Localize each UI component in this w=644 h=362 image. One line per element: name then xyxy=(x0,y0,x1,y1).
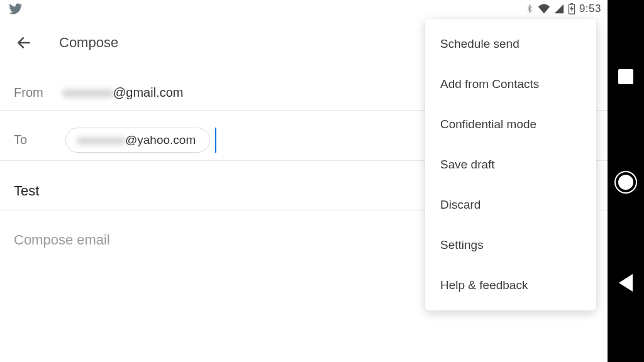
nav-home-button[interactable] xyxy=(614,171,637,194)
menu-confidential-mode[interactable]: Confidential mode xyxy=(425,104,596,145)
to-redacted: xxxxxxxx xyxy=(77,133,125,147)
svg-rect-1 xyxy=(570,3,573,4)
recipient-chip[interactable]: xxxxxxxx@yahoo.com xyxy=(65,128,210,153)
from-redacted: xxxxxxxx xyxy=(63,85,113,100)
nav-back-button[interactable] xyxy=(619,274,633,292)
android-nav-bar xyxy=(608,0,644,362)
bluetooth-icon xyxy=(525,3,534,14)
text-cursor xyxy=(215,128,216,153)
cell-signal-icon xyxy=(554,4,564,14)
wifi-icon xyxy=(538,4,550,14)
overflow-menu: Schedule send Add from Contacts Confiden… xyxy=(425,19,596,310)
from-value: xxxxxxxx@gmail.com xyxy=(63,85,183,100)
twitter-notification-icon xyxy=(9,2,23,16)
to-domain: @yahoo.com xyxy=(125,133,196,147)
app-content: 9:53 Compose From xxxxxxxx@gmail.com To … xyxy=(0,0,608,362)
back-button[interactable] xyxy=(13,31,35,54)
body-placeholder: Compose email xyxy=(14,232,110,248)
status-clock: 9:53 xyxy=(579,3,601,15)
battery-charging-icon xyxy=(568,3,575,14)
from-domain: @gmail.com xyxy=(113,85,183,100)
menu-discard[interactable]: Discard xyxy=(425,185,596,225)
nav-recent-button[interactable] xyxy=(618,69,633,84)
to-label: To xyxy=(14,133,63,147)
status-bar: 9:53 xyxy=(0,0,608,18)
menu-save-draft[interactable]: Save draft xyxy=(425,145,596,185)
subject-text: Test xyxy=(14,183,39,199)
menu-schedule-send[interactable]: Schedule send xyxy=(425,24,596,64)
from-label: From xyxy=(14,85,63,100)
menu-help-feedback[interactable]: Help & feedback xyxy=(425,265,596,305)
menu-add-from-contacts[interactable]: Add from Contacts xyxy=(425,64,596,104)
menu-settings[interactable]: Settings xyxy=(425,225,596,265)
page-title: Compose xyxy=(59,35,118,51)
